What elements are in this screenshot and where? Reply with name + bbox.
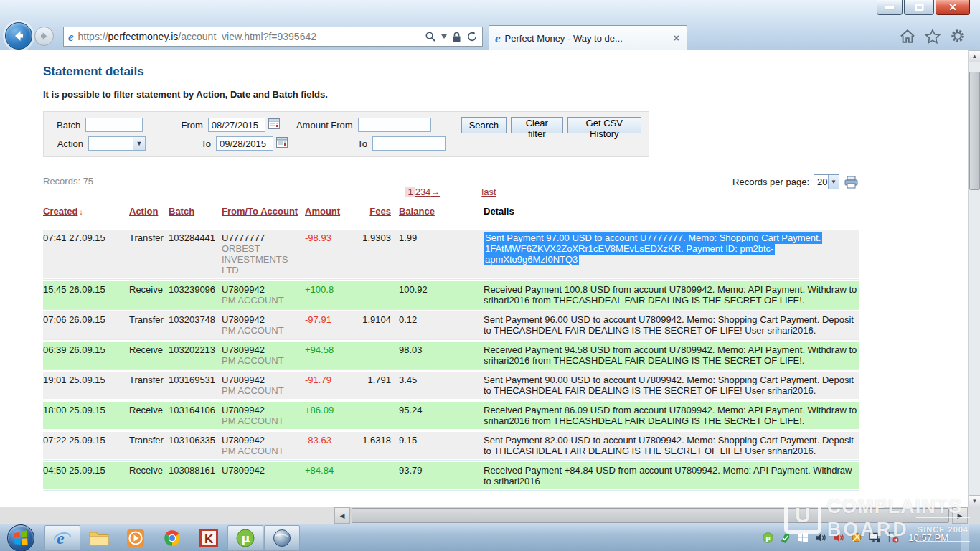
svg-text:µ: µ [242, 532, 250, 545]
home-icon[interactable] [900, 29, 915, 44]
clear-filter-button[interactable]: Clear filter [511, 117, 563, 133]
page-next-link[interactable]: → [430, 187, 440, 197]
minimize-button[interactable] [877, 0, 903, 15]
page-link[interactable]: 2 [415, 187, 420, 197]
cell-action: Transfer [129, 314, 169, 336]
select-arrow-icon: ▼ [133, 137, 145, 150]
account-name: PM ACCOUNT [222, 415, 299, 426]
start-button[interactable] [7, 524, 34, 551]
horizontal-scroll-band: ◀ ▶ [0, 507, 968, 524]
restore-button[interactable] [904, 0, 934, 15]
table-header: Created↓ Action Batch From/To Account Am… [43, 206, 859, 217]
header-action[interactable]: Action [129, 206, 169, 217]
scroll-right-icon[interactable]: ▶ [952, 507, 968, 524]
header-balance[interactable]: Balance [399, 206, 471, 217]
cell-details: Sent Payment 82.00 USD to account U78099… [484, 435, 859, 456]
cell-account: U7809942PM ACCOUNT [222, 435, 305, 456]
header-batch[interactable]: Batch [169, 206, 222, 217]
cell-action: Receive [129, 284, 169, 306]
cell-fees: 1.6318 [362, 435, 391, 456]
header-account[interactable]: From/To Account [222, 206, 305, 217]
back-button[interactable] [5, 22, 32, 50]
taskbar-k-app[interactable]: K [191, 525, 227, 551]
cell-details: Received Payment 86.09 USD from account … [484, 405, 859, 426]
cell-fees [362, 344, 391, 366]
cell-batch: 103202213 [169, 344, 222, 366]
scroll-down-icon[interactable]: ▼ [969, 495, 980, 507]
volume-red-icon[interactable] [833, 532, 844, 543]
taskbar-chrome[interactable] [154, 525, 190, 551]
volume-icon[interactable] [815, 532, 826, 543]
print-icon[interactable] [844, 176, 859, 189]
cell-amount: +84.84 [305, 465, 362, 486]
search-icon[interactable] [425, 31, 436, 42]
account-name: PM ACCOUNT [222, 295, 299, 306]
browser-tab[interactable]: e Perfect Money - Way to de... × [489, 25, 687, 50]
get-csv-history-button[interactable]: Get CSV History [567, 117, 641, 133]
taskbar-windows-explorer[interactable] [81, 525, 117, 551]
page-link-current[interactable]: 1 [405, 187, 415, 197]
antivirus-check-icon[interactable] [780, 532, 791, 543]
search-button[interactable]: Search [461, 117, 507, 133]
utorrent-tray-icon[interactable]: µ [763, 532, 773, 543]
scroll-left-icon[interactable]: ◀ [334, 507, 350, 524]
account-name: PM ACCOUNT [222, 446, 299, 456]
header-details: Details [484, 206, 859, 217]
cell-amount: -97.91 [305, 314, 362, 336]
refresh-icon[interactable] [466, 31, 478, 42]
amount-to-input[interactable] [372, 136, 446, 151]
calendar-icon[interactable] [268, 118, 280, 131]
vertical-scroll-thumb[interactable] [969, 72, 980, 190]
amount-to-label: To [288, 138, 372, 149]
taskbar-utorrent[interactable]: µ [227, 525, 263, 551]
cell-fees [362, 405, 391, 426]
header-amount[interactable]: Amount [305, 206, 362, 217]
date-from-input[interactable] [208, 118, 265, 132]
statement-table: Created↓ Action Batch From/To Account Am… [43, 206, 859, 491]
forward-button[interactable] [34, 27, 54, 46]
restore-icon [915, 4, 923, 11]
cell-details: Received Payment 94.58 USD from account … [484, 344, 859, 366]
cell-details: Received Payment +84.84 USD from account… [484, 465, 859, 486]
header-created[interactable]: Created↓ [43, 206, 129, 217]
cell-details: Sent Payment 97.00 USD to account U77777… [484, 232, 859, 276]
tab-close-icon[interactable]: × [672, 32, 681, 44]
header-fees[interactable]: Fees [362, 206, 391, 217]
updater-orange-icon[interactable] [851, 532, 862, 543]
address-bar[interactable]: e https://perfectmoney.is/account_view.h… [63, 27, 483, 47]
action-select[interactable]: ▼ [88, 136, 146, 151]
table-row: 19:01 25.09.15Transfer103169531U7809942P… [43, 372, 859, 399]
cell-created: 07:22 25.09.15 [43, 435, 129, 456]
windows-update-flag-icon[interactable] [797, 532, 809, 542]
date-to-input[interactable] [216, 136, 273, 151]
cell-batch: 103284441 [169, 232, 222, 276]
calendar-icon[interactable] [276, 137, 288, 150]
search-dropdown-icon[interactable] [441, 34, 447, 39]
per-page-select[interactable]: 20▼ [814, 174, 839, 189]
page-last-link[interactable]: last [481, 187, 496, 197]
action-label: Action [51, 138, 88, 149]
taskbar-internet-explorer[interactable]: e [44, 525, 80, 551]
horizontal-scrollbar[interactable]: ◀ ▶ [334, 507, 968, 524]
taskbar-clock[interactable]: 10:57 PM [908, 532, 948, 543]
table-row: 07:06 26.09.15Transfer103203748U7809942P… [43, 311, 859, 339]
vertical-scrollbar[interactable]: ▲ ▼ [968, 50, 980, 507]
network-icon[interactable] [869, 532, 881, 543]
show-desktop-button[interactable] [961, 524, 969, 551]
amount-from-input[interactable] [358, 118, 431, 132]
favorites-star-icon[interactable] [925, 29, 941, 44]
chrome-icon [163, 529, 182, 547]
folder-icon [89, 529, 109, 547]
taskbar-browser-sphere[interactable] [264, 525, 300, 551]
cell-action: Receive [129, 405, 169, 426]
horizontal-scroll-thumb[interactable] [352, 508, 949, 523]
close-button[interactable]: ✕ [936, 0, 970, 15]
account-name: PM ACCOUNT [222, 385, 299, 396]
settings-gear-icon[interactable] [950, 28, 966, 44]
system-tray: µ 10:57 PM [763, 524, 969, 551]
cell-action: Transfer [129, 232, 169, 276]
taskbar-media-player[interactable] [118, 525, 154, 551]
scroll-up-icon[interactable]: ▲ [969, 50, 980, 62]
action-center-flag-icon[interactable] [887, 532, 899, 543]
batch-input[interactable] [85, 118, 143, 132]
